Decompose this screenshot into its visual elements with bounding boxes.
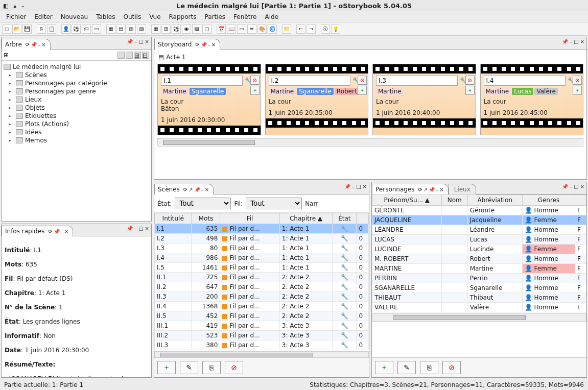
table-row[interactable]: II.41368Fil par d...2: Acte 2🔧0 bbox=[155, 302, 369, 311]
storyboard-hscrollbar[interactable] bbox=[157, 138, 583, 147]
scene-card[interactable]: 🔧✎MartineLucasValèreLa cour1 juin 2016 2… bbox=[480, 64, 584, 135]
menu-editer[interactable]: Editer bbox=[31, 12, 56, 21]
tb-folder-icon[interactable]: 📁 bbox=[282, 25, 291, 34]
scene-title-input[interactable] bbox=[484, 76, 566, 86]
table-row[interactable]: III.2523Fil par d...3: Acte 3🔧0 bbox=[155, 331, 369, 340]
menu-parties[interactable]: Parties bbox=[201, 12, 228, 21]
tree-node[interactable]: ▸Scènes bbox=[4, 71, 149, 79]
persons-col-header[interactable]: Nom bbox=[441, 195, 467, 206]
window-shade-icon[interactable]: ▴ bbox=[13, 3, 16, 9]
tb-paste-icon[interactable]: 📋 bbox=[47, 25, 56, 34]
pin-icon[interactable]: 📌 bbox=[54, 229, 60, 234]
menu-fichier[interactable]: Fichier bbox=[3, 12, 29, 21]
pin-icon[interactable]: 📌 bbox=[194, 187, 200, 192]
tree-node[interactable]: ▸Lieux bbox=[4, 95, 149, 104]
table-row[interactable]: I.2498Fil par d...1: Acte 1🔧0 bbox=[155, 234, 369, 243]
tb-spiral-icon[interactable]: 🌀 bbox=[268, 25, 277, 34]
tb-book-icon[interactable]: 📖 bbox=[227, 25, 236, 34]
scenes-table[interactable]: IntituléMotsFilChapitre ▲État I.1635Fil … bbox=[154, 213, 369, 350]
scenes-col-header[interactable]: État bbox=[333, 213, 357, 224]
tree-node[interactable]: ▸Plots (Actions) bbox=[4, 120, 149, 128]
close-panel-icon[interactable]: × bbox=[439, 187, 443, 192]
etat-select[interactable]: Tout bbox=[175, 198, 231, 209]
tree-node[interactable]: ▸Idées bbox=[4, 128, 149, 136]
tree-node[interactable]: ▸Objets bbox=[4, 104, 149, 112]
table-row[interactable]: I.380Fil par d...1: Acte 1🔧0 bbox=[155, 243, 369, 253]
tree-node[interactable]: ▸Personnages par genre bbox=[4, 87, 149, 95]
table-row[interactable]: I.4986Fil par d...1: Acte 1🔧0 bbox=[155, 253, 369, 263]
refresh-icon[interactable]: ⟳ bbox=[26, 42, 30, 47]
tb-fwd-icon[interactable]: → bbox=[307, 25, 316, 34]
close-panel-icon[interactable]: × bbox=[64, 229, 68, 234]
copy-button[interactable]: ⎘ bbox=[202, 361, 221, 374]
minimize-panel-icon[interactable]: – bbox=[208, 42, 210, 47]
persons-col-header[interactable]: Abréviation bbox=[467, 195, 522, 206]
table-row[interactable]: GÉRONTEGéronte👤 HommeF bbox=[372, 206, 586, 215]
minimize-panel-icon[interactable]: – bbox=[201, 187, 204, 192]
refresh-icon[interactable]: ⟳ bbox=[195, 42, 199, 47]
panel-pin-icon[interactable]: 📌 bbox=[127, 39, 133, 44]
tb-view2-icon[interactable]: ⊞ bbox=[161, 25, 171, 34]
tb-copy-icon[interactable]: ⎘ bbox=[37, 25, 46, 34]
tab-storyboard[interactable]: Storyboard ⟳📌–× bbox=[154, 39, 220, 50]
pin-icon[interactable]: 📌 bbox=[31, 42, 37, 47]
window-minimize-icon[interactable]: – bbox=[21, 3, 25, 9]
table-row[interactable]: THIBAUTThibaut👤 HommeF bbox=[372, 293, 586, 303]
refresh-icon[interactable]: ⟳ bbox=[418, 187, 422, 192]
menu-aide[interactable]: Aide bbox=[262, 12, 281, 21]
menu-tables[interactable]: Tables bbox=[93, 12, 118, 21]
tb-view5-icon[interactable]: ▧ bbox=[192, 25, 201, 34]
tb-tag-icon[interactable]: 🏷 bbox=[82, 25, 91, 34]
panel-close-icon[interactable]: × bbox=[580, 184, 584, 189]
panel-max-icon[interactable]: □ bbox=[356, 184, 361, 189]
delete-icon[interactable]: ⊘ bbox=[465, 76, 475, 85]
tb-grid3-icon[interactable]: ▥ bbox=[127, 25, 136, 34]
external-icon[interactable]: ↗ bbox=[189, 187, 193, 192]
minimize-panel-icon[interactable]: – bbox=[436, 187, 438, 192]
tree-view2-icon[interactable] bbox=[126, 52, 133, 59]
scenes-col-header[interactable]: Intitulé bbox=[155, 213, 192, 224]
table-row[interactable]: III.3380Fil par d...3: Acte 3🔧0 bbox=[155, 340, 369, 350]
table-row[interactable]: LUCASLucas👤 HommeF bbox=[372, 235, 586, 245]
close-panel-icon[interactable]: × bbox=[41, 42, 45, 47]
tb-person-icon[interactable]: 👤 bbox=[61, 25, 70, 34]
tb-view6-icon[interactable]: ▢ bbox=[202, 25, 211, 34]
tb-note-icon[interactable]: ▭ bbox=[237, 25, 246, 34]
table-row[interactable]: MARTINEMartine👤 FemmeF bbox=[372, 264, 586, 274]
table-row[interactable]: PERRINPerrin👤 HommeF bbox=[372, 274, 586, 283]
close-panel-icon[interactable]: × bbox=[205, 187, 209, 192]
add-icon[interactable]: ＋ bbox=[465, 86, 475, 95]
menu-nouveau[interactable]: Nouveau bbox=[58, 12, 91, 21]
refresh-icon[interactable]: ⟳ bbox=[48, 229, 52, 234]
persons-table[interactable]: Prénom/Su... ▲NomAbréviationGenres GÉRON… bbox=[372, 194, 586, 312]
tb-idea-icon[interactable]: 💡 bbox=[331, 25, 340, 34]
pin-icon[interactable]: 📌 bbox=[201, 42, 207, 47]
table-row[interactable]: II.3200Fil par d...2: Acte 2🔧0 bbox=[155, 292, 369, 302]
tree-node[interactable]: ▸Personnages par catégorie bbox=[4, 79, 149, 87]
table-row[interactable]: I.51461Fil par d...1: Acte 1🔧0 bbox=[155, 263, 369, 273]
panel-min-icon[interactable]: – bbox=[352, 184, 355, 189]
panel-pin-icon[interactable]: 📌 bbox=[562, 184, 568, 189]
menu-outils[interactable]: Outils bbox=[120, 12, 144, 21]
scenes-hscrollbar[interactable] bbox=[154, 351, 369, 357]
tree-view1-icon[interactable] bbox=[117, 52, 125, 59]
tb-object-icon[interactable]: ▭ bbox=[92, 25, 101, 34]
tree-collapse-icon[interactable]: ⊟ bbox=[142, 52, 149, 59]
scenes-col-header[interactable]: Mots bbox=[192, 213, 220, 224]
delete-button[interactable]: ⊘ bbox=[225, 361, 243, 374]
scenes-col-header[interactable]: Fil bbox=[220, 213, 279, 224]
scene-title-input[interactable] bbox=[161, 76, 243, 86]
scene-title-input[interactable] bbox=[376, 76, 458, 86]
panel-max-icon[interactable]: □ bbox=[574, 184, 578, 189]
table-row[interactable]: VALEREValère👤 HommeF bbox=[372, 303, 586, 312]
edit-button[interactable]: ✎ bbox=[397, 361, 416, 374]
menu-rapports[interactable]: Rapports bbox=[166, 12, 200, 21]
panel-min-icon[interactable]: – bbox=[570, 39, 572, 44]
copy-button[interactable]: ⎘ bbox=[420, 361, 438, 374]
table-row[interactable]: II.1725Fil par d...2: Acte 2🔧0 bbox=[155, 273, 369, 282]
tab-personnages[interactable]: Personnages ⟳↗📌–× bbox=[372, 184, 449, 194]
table-row[interactable]: II.2647Fil par d...2: Acte 2🔧0 bbox=[155, 282, 369, 292]
table-row[interactable]: I.1635Fil par d...1: Acte 1🔧0 bbox=[155, 224, 369, 234]
persons-col-header[interactable]: Prénom/Su... ▲ bbox=[372, 195, 442, 206]
tab-scenes[interactable]: Scènes ⟳↗📌–× bbox=[154, 184, 214, 194]
